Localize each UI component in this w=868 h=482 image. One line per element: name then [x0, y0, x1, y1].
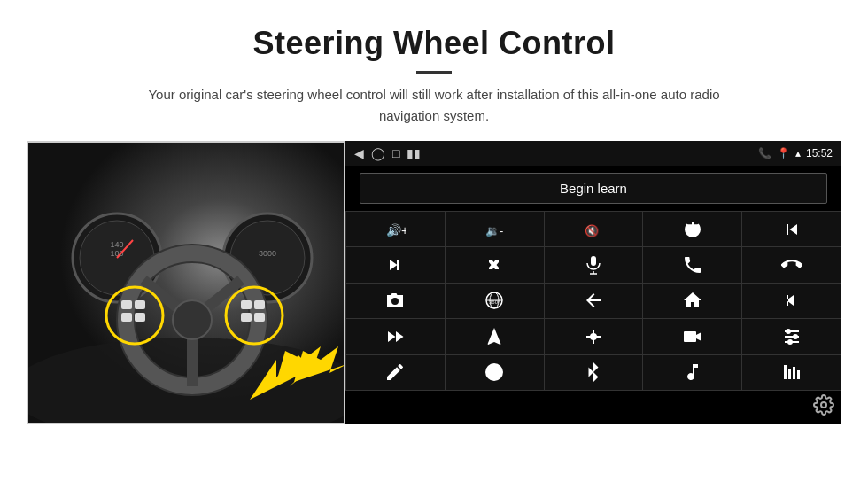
svg-rect-32: [591, 256, 596, 266]
phone-status-icon: 📞: [758, 147, 771, 159]
svg-rect-25: [254, 313, 265, 322]
svg-rect-18: [135, 300, 145, 309]
location-icon: 📍: [777, 147, 790, 159]
begin-learn-button[interactable]: Begin learn: [360, 173, 827, 204]
record-button[interactable]: [643, 319, 741, 354]
360-view-button[interactable]: 360°: [446, 284, 544, 318]
status-time: 15:52: [806, 147, 833, 159]
svg-point-47: [492, 369, 497, 375]
svg-rect-17: [121, 300, 132, 309]
title-divider: [416, 71, 452, 74]
page-title: Steering Wheel Control: [27, 25, 841, 62]
page-wrapper: Steering Wheel Control Your original car…: [0, 0, 868, 442]
android-panel: ◀ ◯ □ ▮▮ 📞 📍 ▴ 15:52 Begin learn: [345, 141, 841, 424]
svg-text:3000: 3000: [259, 249, 276, 258]
equalizer2-button[interactable]: [742, 355, 841, 390]
settings-gear-icon[interactable]: [813, 394, 834, 421]
svg-point-15: [173, 300, 212, 339]
svg-point-45: [788, 340, 792, 344]
prev-track-button[interactable]: [742, 212, 841, 246]
svg-rect-19: [121, 313, 132, 322]
svg-rect-38: [684, 331, 696, 342]
svg-rect-24: [241, 313, 252, 322]
equalizer-button[interactable]: [545, 319, 643, 354]
svg-rect-49: [788, 369, 791, 379]
home-nav-button[interactable]: [643, 284, 741, 318]
edit-button[interactable]: [346, 355, 445, 390]
svg-text:🔇: 🔇: [585, 223, 600, 238]
mute-button[interactable]: 🔇: [545, 212, 643, 246]
volume-up-button[interactable]: 🔊+: [346, 212, 445, 246]
back-icon[interactable]: ◀: [354, 146, 364, 160]
title-section: Steering Wheel Control Your original car…: [27, 25, 841, 127]
svg-point-43: [787, 330, 790, 333]
shuffle-button[interactable]: [446, 247, 544, 282]
svg-marker-39: [696, 332, 701, 341]
svg-point-44: [794, 335, 797, 338]
svg-text:140: 140: [110, 240, 123, 249]
settings-row: [345, 391, 841, 424]
svg-text:🔊+: 🔊+: [386, 223, 406, 238]
navigate-button[interactable]: [446, 319, 544, 354]
svg-point-37: [591, 334, 596, 339]
wifi-icon: ▴: [795, 147, 801, 159]
controls-grid: 🔊+ 🔉- 🔇: [345, 211, 841, 391]
disc-button[interactable]: [446, 355, 544, 390]
svg-rect-23: [254, 300, 265, 309]
back-nav-button[interactable]: [545, 284, 643, 318]
home-circle-icon[interactable]: ◯: [371, 146, 385, 160]
status-right: 📞 📍 ▴ 15:52: [758, 147, 833, 159]
car-image: 140 100 3000: [27, 141, 345, 424]
svg-rect-20: [135, 313, 145, 322]
svg-rect-48: [784, 365, 787, 379]
hang-up-button[interactable]: [742, 247, 841, 282]
volume-down-button[interactable]: 🔉-: [446, 212, 544, 246]
steering-wheel-scene: 140 100 3000: [28, 143, 345, 424]
status-left: ◀ ◯ □ ▮▮: [354, 146, 421, 160]
android-statusbar: ◀ ◯ □ ▮▮ 📞 📍 ▴ 15:52: [345, 141, 841, 166]
svg-text:360°: 360°: [489, 299, 500, 305]
fast-forward-button[interactable]: [346, 319, 445, 354]
svg-rect-51: [797, 370, 800, 379]
prev-chapter-button[interactable]: [742, 284, 841, 318]
power-button[interactable]: [643, 212, 741, 246]
microphone-button[interactable]: [545, 247, 643, 282]
camera-button[interactable]: [346, 284, 445, 318]
svg-rect-50: [793, 367, 795, 379]
content-row: 140 100 3000: [27, 141, 841, 424]
signal-icon: ▮▮: [407, 146, 421, 160]
bluetooth-button[interactable]: [545, 355, 643, 390]
square-icon[interactable]: □: [392, 146, 399, 160]
subtitle: Your original car's steering wheel contr…: [124, 84, 744, 127]
begin-learn-row: Begin learn: [345, 166, 841, 211]
svg-text:🔉-: 🔉-: [485, 223, 503, 238]
skip-next-button[interactable]: [346, 247, 445, 282]
phone-button[interactable]: [643, 247, 741, 282]
music-button[interactable]: [643, 355, 741, 390]
svg-point-52: [821, 402, 826, 408]
settings-control-button[interactable]: [742, 319, 841, 354]
svg-rect-22: [241, 300, 252, 309]
